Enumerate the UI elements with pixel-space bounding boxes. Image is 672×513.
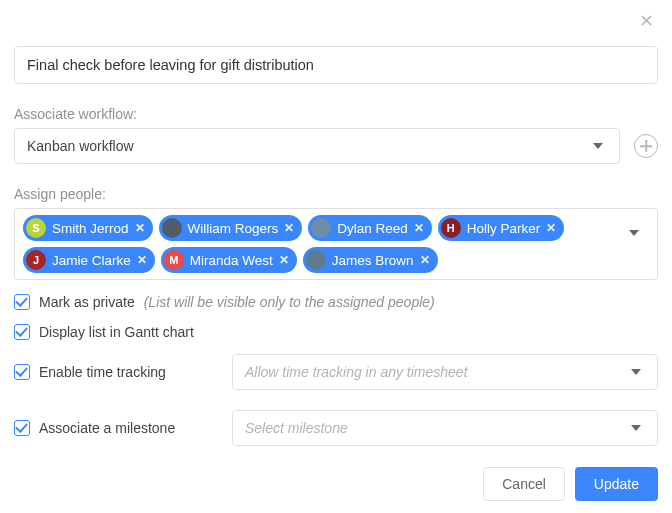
time-tracking-label: Enable time tracking [39,364,223,380]
remove-person-icon[interactable]: ✕ [279,253,289,267]
person-name: Miranda West [190,253,273,268]
avatar: M [164,250,184,270]
person-name: Jamie Clarke [52,253,131,268]
milestone-label: Associate a milestone [39,420,223,436]
remove-person-icon[interactable]: ✕ [546,221,556,235]
person-name: James Brown [332,253,414,268]
chevron-down-icon [631,425,641,431]
avatar [311,218,331,238]
private-label: Mark as private [39,294,135,310]
person-chip: HHolly Parker✕ [438,215,565,241]
chevron-down-icon [631,369,641,375]
time-tracking-select[interactable]: Allow time tracking in any timesheet [232,354,658,390]
remove-person-icon[interactable]: ✕ [135,221,145,235]
gantt-label: Display list in Gantt chart [39,324,194,340]
remove-person-icon[interactable]: ✕ [420,253,430,267]
avatar: J [26,250,46,270]
person-chip: Dylan Reed✕ [308,215,432,241]
remove-person-icon[interactable]: ✕ [414,221,424,235]
chevron-down-icon [593,143,603,149]
avatar: H [441,218,461,238]
avatar [306,250,326,270]
milestone-select[interactable]: Select milestone [232,410,658,446]
person-chip: MMiranda West✕ [161,247,297,273]
avatar: S [26,218,46,238]
cancel-button[interactable]: Cancel [483,467,565,501]
person-chip: William Rogers✕ [159,215,303,241]
private-checkbox[interactable] [14,294,30,310]
workflow-select[interactable]: Kanban workflow [14,128,620,164]
person-chip: James Brown✕ [303,247,438,273]
remove-person-icon[interactable]: ✕ [284,221,294,235]
chevron-down-icon[interactable] [623,236,649,252]
title-input[interactable] [14,46,658,84]
time-tracking-placeholder: Allow time tracking in any timesheet [245,364,468,380]
update-button[interactable]: Update [575,467,658,501]
workflow-label: Associate workflow: [14,106,658,122]
person-name: Holly Parker [467,221,541,236]
person-name: William Rogers [188,221,279,236]
milestone-checkbox[interactable] [14,420,30,436]
time-tracking-checkbox[interactable] [14,364,30,380]
avatar [162,218,182,238]
person-name: Dylan Reed [337,221,408,236]
workflow-selected-value: Kanban workflow [27,138,134,154]
gantt-checkbox[interactable] [14,324,30,340]
people-label: Assign people: [14,186,658,202]
private-hint: (List will be visible only to the assign… [144,294,435,310]
person-chip: JJamie Clarke✕ [23,247,155,273]
person-name: Smith Jerrod [52,221,129,236]
people-select[interactable]: SSmith Jerrod✕William Rogers✕Dylan Reed✕… [14,208,658,280]
close-icon[interactable]: ✕ [639,12,654,30]
add-workflow-button[interactable] [634,134,658,158]
remove-person-icon[interactable]: ✕ [137,253,147,267]
person-chip: SSmith Jerrod✕ [23,215,153,241]
milestone-placeholder: Select milestone [245,420,348,436]
